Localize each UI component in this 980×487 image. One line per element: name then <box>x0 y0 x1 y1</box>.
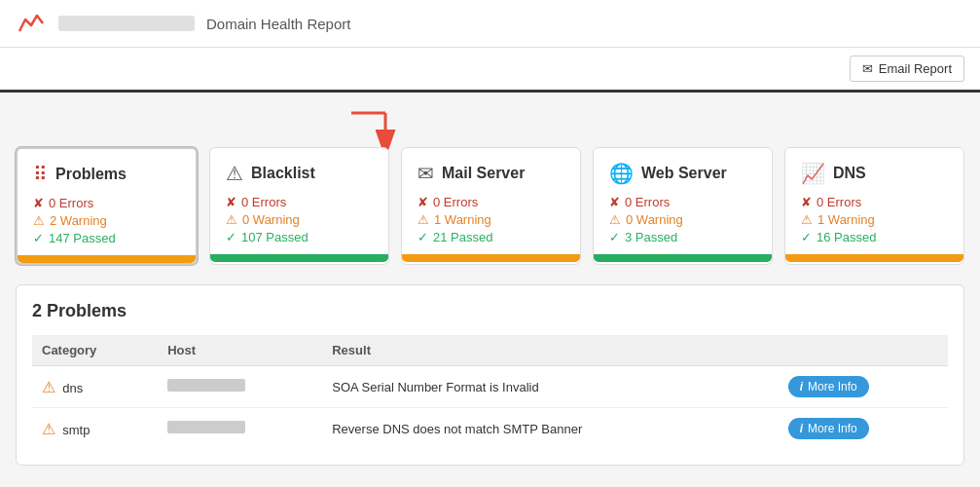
row2-warning-icon: ⚠ <box>42 421 55 437</box>
row1-host-blurred <box>167 379 245 392</box>
cards-row: ⠿ Problems ✘ 0 Errors ⚠ 2 Warning ✓ 147 … <box>16 147 964 265</box>
table-row: ⚠ smtp Reverse DNS does not match SMTP B… <box>32 408 948 450</box>
problems-icon: ⠿ <box>33 163 48 186</box>
main-content: ⠿ Problems ✘ 0 Errors ⚠ 2 Warning ✓ 147 … <box>0 93 980 481</box>
web-warning-icon: ⚠ <box>609 212 621 227</box>
problems-table: Category Host Result ⚠ dns SOA Serial Nu… <box>32 335 948 449</box>
mail-title: Mail Server <box>442 165 525 182</box>
email-report-button[interactable]: ✉ Email Report <box>850 56 964 82</box>
row1-category: ⚠ dns <box>32 366 158 408</box>
card-mail-server[interactable]: ✉ Mail Server ✘ 0 Errors ⚠ 1 Warning ✓ 2… <box>401 147 581 265</box>
web-passed-icon: ✓ <box>609 230 620 244</box>
bl-passed-icon: ✓ <box>226 230 236 244</box>
dns-passed-count: 16 Passed <box>817 230 876 244</box>
passed-icon: ✓ <box>33 231 44 245</box>
dns-passed-icon: ✓ <box>801 230 812 244</box>
bl-warning-icon: ⚠ <box>226 212 237 227</box>
envelope-icon: ✉ <box>862 61 873 76</box>
row2-action: i More Info <box>779 408 948 450</box>
blacklist-title: Blacklist <box>251 165 315 182</box>
mail-passed-icon: ✓ <box>417 230 428 244</box>
errors-count: 0 Errors <box>49 196 93 210</box>
row1-host <box>158 366 322 408</box>
card-header-dns: 📈 DNS <box>801 162 948 185</box>
bl-errors-icon: ✘ <box>226 195 236 209</box>
dns-stats: ✘ 0 Errors ⚠ 1 Warning ✓ 16 Passed <box>801 195 948 244</box>
toolbar: ✉ Email Report <box>0 48 980 93</box>
dns-warning-icon: ⚠ <box>801 212 813 227</box>
row2-category: ⚠ smtp <box>32 408 158 450</box>
warning-count: 2 Warning <box>50 213 107 228</box>
web-title: Web Server <box>641 165 727 182</box>
card-footer-mail <box>402 254 580 262</box>
blacklist-icon: ⚠ <box>226 162 243 185</box>
row2-host-blurred <box>167 421 245 433</box>
card-header-mail: ✉ Mail Server <box>417 162 564 185</box>
info-icon: i <box>800 380 803 393</box>
web-stats: ✘ 0 Errors ⚠ 0 Warning ✓ 3 Passed <box>609 195 756 244</box>
header: Domain Health Report <box>0 0 980 48</box>
web-passed-count: 3 Passed <box>625 230 677 244</box>
web-errors-icon: ✘ <box>609 195 620 209</box>
card-header-web: 🌐 Web Server <box>609 162 756 185</box>
col-host: Host <box>158 335 322 366</box>
blacklist-stats: ✘ 0 Errors ⚠ 0 Warning ✓ 107 Passed <box>226 195 373 244</box>
domain-blurred <box>58 16 195 31</box>
table-row: ⚠ dns SOA Serial Number Format is Invali… <box>32 366 948 408</box>
web-warning-count: 0 Warning <box>626 212 683 227</box>
card-footer-problems <box>18 255 196 263</box>
card-footer-dns <box>785 254 963 262</box>
dns-title: DNS <box>833 165 866 182</box>
row1-action: i More Info <box>779 366 948 408</box>
col-action <box>779 335 948 366</box>
card-web-server[interactable]: 🌐 Web Server ✘ 0 Errors ⚠ 0 Warning ✓ 3 … <box>593 147 773 265</box>
bl-passed-count: 107 Passed <box>241 230 309 244</box>
card-footer-web <box>594 254 772 262</box>
errors-icon: ✘ <box>33 196 44 210</box>
row1-warning-icon: ⚠ <box>42 379 55 395</box>
col-result: Result <box>322 335 778 366</box>
mail-warning-icon: ⚠ <box>417 212 429 227</box>
info-icon-2: i <box>800 422 803 435</box>
problems-section-title: 2 Problems <box>32 301 948 321</box>
mail-icon: ✉ <box>417 162 434 185</box>
card-header-problems: ⠿ Problems <box>33 163 180 186</box>
bl-warning-count: 0 Warning <box>242 212 300 227</box>
logo <box>16 8 47 39</box>
dns-errors-icon: ✘ <box>801 195 812 209</box>
problems-stats: ✘ 0 Errors ⚠ 2 Warning ✓ 147 Passed <box>33 196 180 245</box>
web-icon: 🌐 <box>609 162 634 185</box>
card-dns[interactable]: 📈 DNS ✘ 0 Errors ⚠ 1 Warning ✓ 16 Passed <box>784 147 964 265</box>
bl-errors-count: 0 Errors <box>241 195 286 209</box>
passed-count: 147 Passed <box>49 231 116 245</box>
dns-errors-count: 0 Errors <box>817 195 861 209</box>
mail-passed-count: 21 Passed <box>433 230 492 244</box>
row1-more-info-button[interactable]: i More Info <box>788 376 869 397</box>
mail-warning-count: 1 Warning <box>434 212 491 227</box>
dns-warning-count: 1 Warning <box>817 212 875 227</box>
problems-section: 2 Problems Category Host Result ⚠ dns <box>16 284 964 466</box>
page-title: Domain Health Report <box>206 16 350 32</box>
mail-errors-icon: ✘ <box>417 195 428 209</box>
card-blacklist[interactable]: ⚠ Blacklist ✘ 0 Errors ⚠ 0 Warning ✓ 107… <box>209 147 389 265</box>
col-category: Category <box>32 335 158 366</box>
web-errors-count: 0 Errors <box>625 195 670 209</box>
mail-errors-count: 0 Errors <box>433 195 478 209</box>
row2-result: Reverse DNS does not match SMTP Banner <box>322 408 778 450</box>
dns-icon: 📈 <box>801 162 825 185</box>
mail-stats: ✘ 0 Errors ⚠ 1 Warning ✓ 21 Passed <box>417 195 564 244</box>
row2-more-info-button[interactable]: i More Info <box>788 418 869 439</box>
card-footer-blacklist <box>210 254 388 262</box>
row1-result: SOA Serial Number Format is Invalid <box>322 366 778 408</box>
warning-icon: ⚠ <box>33 213 45 228</box>
row2-host <box>158 408 322 450</box>
card-problems[interactable]: ⠿ Problems ✘ 0 Errors ⚠ 2 Warning ✓ 147 … <box>16 147 198 265</box>
problems-title: Problems <box>55 166 127 183</box>
card-header-blacklist: ⚠ Blacklist <box>226 162 373 185</box>
